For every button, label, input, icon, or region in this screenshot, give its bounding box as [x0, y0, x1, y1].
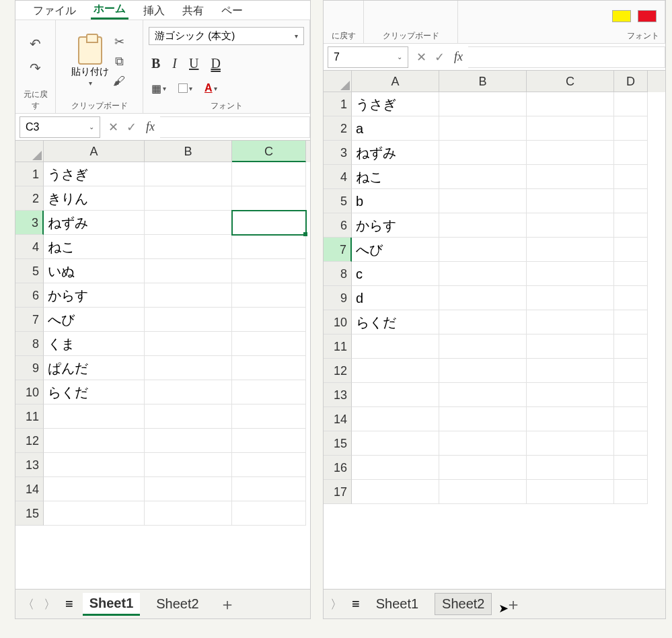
- sheet-tab-1[interactable]: Sheet1: [369, 594, 425, 614]
- sheet-nav-next[interactable]: 〉: [330, 596, 342, 612]
- highlight-color-button[interactable]: [612, 10, 631, 22]
- cell[interactable]: [145, 283, 232, 308]
- cell[interactable]: ねこ: [352, 165, 439, 189]
- cell[interactable]: [145, 501, 232, 526]
- row-header[interactable]: 6: [324, 213, 352, 238]
- cell[interactable]: [439, 334, 527, 359]
- cell[interactable]: からす: [352, 213, 439, 238]
- tab-file[interactable]: ファイル: [30, 3, 79, 20]
- cell[interactable]: [439, 407, 527, 431]
- cell[interactable]: くま: [44, 332, 145, 356]
- cell[interactable]: [527, 238, 614, 262]
- row-header[interactable]: 7: [324, 238, 352, 262]
- cell[interactable]: [232, 501, 306, 526]
- cell[interactable]: らくだ: [352, 310, 439, 334]
- cell[interactable]: [352, 383, 439, 407]
- cancel-formula-button[interactable]: ✕: [104, 120, 122, 135]
- row-header[interactable]: 8: [324, 262, 352, 286]
- cut-button[interactable]: ✂: [114, 34, 124, 49]
- cell[interactable]: [439, 431, 527, 456]
- cell[interactable]: [527, 189, 614, 213]
- cell[interactable]: [527, 431, 614, 456]
- column-header-B[interactable]: B: [145, 141, 232, 162]
- column-header-D[interactable]: D: [614, 71, 648, 92]
- cell[interactable]: [145, 356, 232, 380]
- cell[interactable]: [145, 308, 232, 332]
- undo-button[interactable]: ↶: [30, 36, 41, 52]
- cell[interactable]: [527, 286, 614, 310]
- cell[interactable]: へび: [352, 238, 439, 262]
- cell[interactable]: [145, 211, 232, 235]
- cell[interactable]: [232, 453, 306, 477]
- cell[interactable]: [232, 380, 306, 404]
- cell[interactable]: [439, 116, 527, 141]
- column-header-A[interactable]: A: [44, 141, 145, 162]
- cell[interactable]: [439, 189, 527, 213]
- cell[interactable]: [527, 383, 614, 407]
- accept-formula-button[interactable]: ✓: [431, 50, 449, 65]
- cell[interactable]: [614, 310, 648, 334]
- cell[interactable]: [527, 141, 614, 165]
- sheet-nav-next[interactable]: 〉: [44, 596, 56, 612]
- cell[interactable]: [439, 141, 527, 165]
- cell[interactable]: [527, 407, 614, 431]
- row-header[interactable]: 3: [15, 211, 44, 235]
- cell[interactable]: c: [352, 262, 439, 286]
- cell[interactable]: へび: [44, 308, 145, 332]
- cell[interactable]: [439, 310, 527, 334]
- tab-page[interactable]: ペー: [219, 3, 246, 20]
- sheet-tab-1[interactable]: Sheet1: [83, 593, 141, 616]
- row-header[interactable]: 17: [324, 480, 352, 504]
- row-header[interactable]: 9: [15, 356, 44, 380]
- cell[interactable]: [145, 453, 232, 477]
- cell[interactable]: [439, 92, 527, 116]
- insert-function-button[interactable]: fx: [141, 120, 160, 134]
- cell[interactable]: らくだ: [44, 380, 145, 404]
- cell[interactable]: [614, 213, 648, 238]
- cell[interactable]: [439, 456, 527, 480]
- row-header[interactable]: 15: [15, 501, 44, 526]
- cell[interactable]: [614, 116, 648, 141]
- sheet-list-button[interactable]: ≡: [65, 596, 73, 612]
- cell[interactable]: [232, 477, 306, 501]
- cell[interactable]: [614, 189, 648, 213]
- name-box[interactable]: 7 ⌄: [328, 46, 408, 68]
- row-header[interactable]: 5: [324, 189, 352, 213]
- row-header[interactable]: 11: [324, 334, 352, 359]
- cell[interactable]: [614, 92, 648, 116]
- copy-button[interactable]: ⧉: [115, 55, 124, 69]
- tab-share[interactable]: 共有: [180, 3, 207, 20]
- column-header-B[interactable]: B: [439, 71, 527, 92]
- row-header[interactable]: 12: [324, 359, 352, 383]
- row-header[interactable]: 9: [324, 286, 352, 310]
- cell[interactable]: b: [352, 189, 439, 213]
- cell[interactable]: [232, 162, 306, 186]
- row-header[interactable]: 14: [324, 407, 352, 431]
- cell[interactable]: [527, 334, 614, 359]
- cell[interactable]: [527, 262, 614, 286]
- cell[interactable]: [527, 359, 614, 383]
- cell[interactable]: [439, 213, 527, 238]
- formula-input[interactable]: [160, 116, 310, 138]
- cell[interactable]: ねずみ: [44, 211, 145, 235]
- cell[interactable]: いぬ: [44, 259, 145, 283]
- cell[interactable]: [232, 283, 306, 308]
- row-header[interactable]: 7: [15, 308, 44, 332]
- tab-home[interactable]: ホーム: [91, 1, 128, 20]
- select-all-corner[interactable]: [15, 141, 44, 162]
- row-header[interactable]: 1: [15, 162, 44, 186]
- cell[interactable]: [145, 332, 232, 356]
- row-header[interactable]: 16: [324, 456, 352, 480]
- cell[interactable]: [145, 404, 232, 429]
- cell[interactable]: [439, 480, 527, 504]
- cell[interactable]: [232, 332, 306, 356]
- row-header[interactable]: 2: [324, 116, 352, 141]
- cell[interactable]: [614, 359, 648, 383]
- row-header[interactable]: 13: [15, 453, 44, 477]
- row-header[interactable]: 5: [15, 259, 44, 283]
- italic-button[interactable]: I: [170, 55, 180, 73]
- cell[interactable]: [614, 431, 648, 456]
- cell[interactable]: [145, 259, 232, 283]
- cell[interactable]: [527, 165, 614, 189]
- row-header[interactable]: 2: [15, 186, 44, 211]
